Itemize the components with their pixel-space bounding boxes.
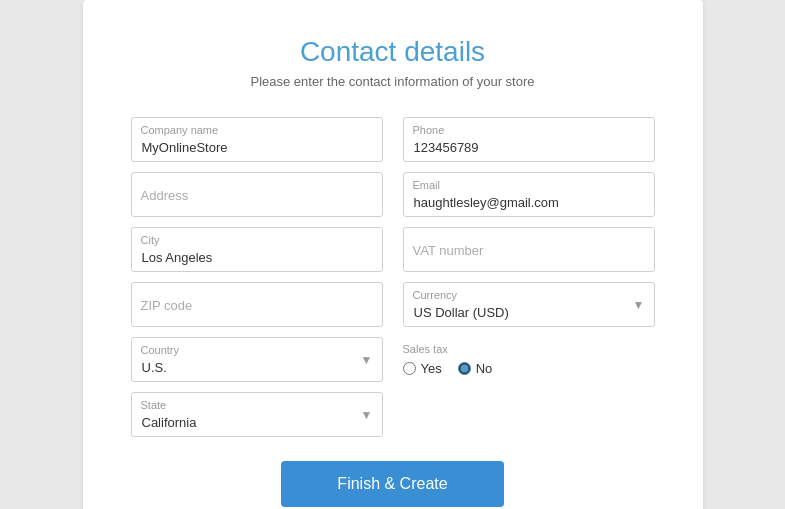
company-name-field: Company name xyxy=(131,117,383,162)
sales-tax-no-label: No xyxy=(476,361,493,376)
email-field: Email xyxy=(403,172,655,217)
city-input[interactable] xyxy=(131,227,383,272)
sales-tax-yes-radio[interactable] xyxy=(403,362,416,375)
zip-input[interactable] xyxy=(131,282,383,327)
address-field: Address xyxy=(131,172,383,217)
page-title: Contact details xyxy=(131,36,655,68)
sales-tax-field: Sales tax Yes No xyxy=(403,337,655,382)
sales-tax-no-option[interactable]: No xyxy=(458,361,493,376)
address-input[interactable] xyxy=(131,172,383,217)
sales-tax-yes-option[interactable]: Yes xyxy=(403,361,442,376)
sales-tax-no-radio[interactable] xyxy=(458,362,471,375)
vat-input[interactable] xyxy=(403,227,655,272)
phone-input[interactable] xyxy=(403,117,655,162)
finish-create-button[interactable]: Finish & Create xyxy=(281,461,503,507)
company-name-input[interactable] xyxy=(131,117,383,162)
vat-field: VAT number xyxy=(403,227,655,272)
state-select[interactable]: California New York Texas xyxy=(131,392,383,437)
email-input[interactable] xyxy=(403,172,655,217)
country-select[interactable]: U.S. United Kingdom Canada xyxy=(131,337,383,382)
city-field: City xyxy=(131,227,383,272)
phone-field: Phone xyxy=(403,117,655,162)
sales-tax-label: Sales tax xyxy=(403,343,655,355)
currency-field: Currency US Dollar (USD) Euro (EUR) Brit… xyxy=(403,282,655,327)
zip-field: ZIP code xyxy=(131,282,383,327)
country-field: Country U.S. United Kingdom Canada ▼ xyxy=(131,337,383,382)
finish-button-wrapper: Finish & Create xyxy=(131,461,655,507)
page-subtitle: Please enter the contact information of … xyxy=(131,74,655,89)
sales-tax-yes-label: Yes xyxy=(421,361,442,376)
state-field: State California New York Texas ▼ xyxy=(131,392,383,437)
currency-select[interactable]: US Dollar (USD) Euro (EUR) British Pound… xyxy=(403,282,655,327)
sales-tax-radio-group: Yes No xyxy=(403,361,655,376)
form-grid: Company name Phone Address Email City VA… xyxy=(131,117,655,437)
contact-details-card: Contact details Please enter the contact… xyxy=(83,0,703,509)
